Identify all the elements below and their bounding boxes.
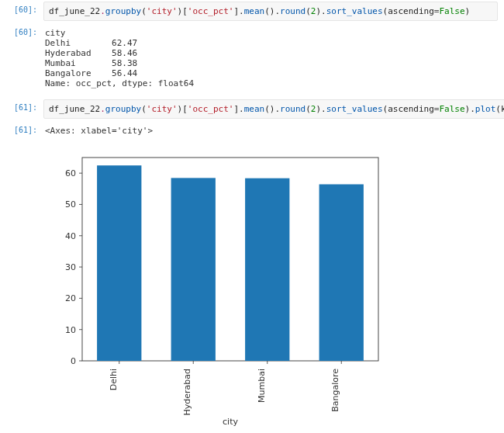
- ytick-label: 50: [65, 199, 76, 210]
- code-input-61[interactable]: df_june_22.groupby('city')['occ_pct'].me…: [43, 99, 504, 119]
- bar-chart: 0102030405060DelhiHyderabadMumbaiBangalo…: [45, 150, 386, 429]
- cell-output-60: [60]: city Delhi 62.47 Hyderabad 58.46 M…: [0, 23, 504, 98]
- output-text-60: city Delhi 62.47 Hyderabad 58.46 Mumbai …: [43, 24, 498, 96]
- ytick-label: 60: [65, 168, 76, 178]
- ytick-label: 0: [71, 356, 76, 366]
- cell-input-61: [61]: df_june_22.groupby('city')['occ_pc…: [0, 98, 504, 120]
- output-prompt-61: [61]:: [0, 122, 43, 134]
- xtick-label: Bangalore: [330, 369, 340, 412]
- bar: [245, 178, 289, 361]
- xlabel: city: [223, 417, 238, 427]
- cell-input-60: [60]: df_june_22.groupby('city')['occ_pc…: [0, 0, 504, 23]
- output-text-61: <Axes: xlabel='city'>: [43, 122, 498, 144]
- ytick-label: 20: [65, 293, 76, 303]
- ytick-label: 10: [65, 325, 76, 335]
- bar: [171, 178, 216, 361]
- xtick-label: Delhi: [109, 369, 119, 390]
- cell-output-61: [61]: <Axes: xlabel='city'> 010203040506…: [0, 120, 504, 433]
- chart-output-61: 0102030405060DelhiHyderabadMumbaiBangalo…: [43, 144, 498, 433]
- code-input-60[interactable]: df_june_22.groupby('city')['occ_pct'].me…: [43, 2, 498, 21]
- input-prompt-61: [61]:: [0, 99, 43, 112]
- bar: [319, 185, 364, 361]
- ytick-label: 30: [65, 262, 76, 272]
- xtick-label: Mumbai: [257, 369, 267, 403]
- input-prompt-60: [60]:: [0, 2, 43, 14]
- ytick-label: 40: [65, 231, 76, 241]
- xtick-label: Hyderabad: [182, 369, 192, 416]
- bar: [97, 165, 141, 361]
- output-prompt-60: [60]:: [0, 24, 43, 36]
